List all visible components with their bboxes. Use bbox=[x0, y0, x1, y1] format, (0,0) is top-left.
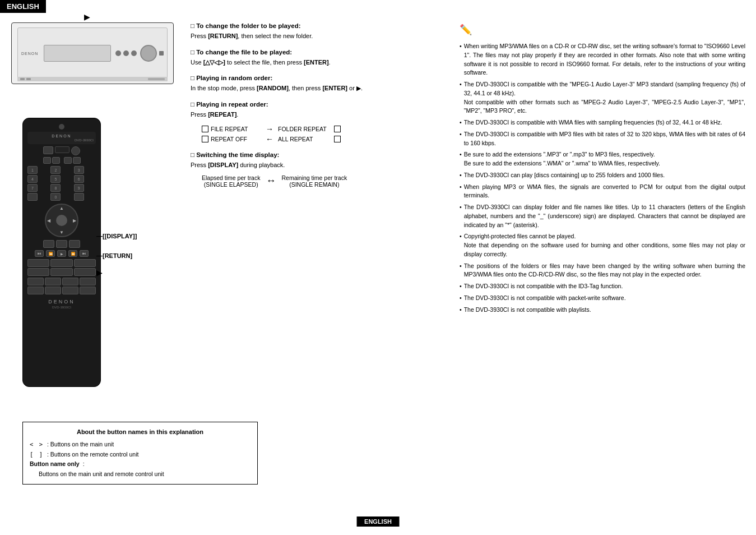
note-pencil-icon: ✏️ bbox=[460, 22, 745, 38]
section-repeat-order: Playing in repeat order: Press [REPEAT].… bbox=[191, 101, 448, 144]
notes-list: • When writing MP3/WMA files on a CD-R o… bbox=[460, 42, 745, 314]
bottom-box-title: About the button names in this explanati… bbox=[30, 427, 251, 437]
footer-language: ENGLISH bbox=[356, 516, 400, 527]
label-return-connector: —[RETURN] bbox=[96, 252, 132, 259]
bottom-box-row4: Buttons on the main unit and remote cont… bbox=[39, 469, 251, 479]
section-change-folder-title: To change the folder to be played: bbox=[191, 22, 448, 29]
label-display-connector: —[[DISPLAY]] bbox=[96, 233, 137, 239]
section-change-folder: To change the folder to be played: Press… bbox=[191, 22, 448, 41]
bottom-box-row1: < > : Buttons on the main unit bbox=[30, 440, 251, 450]
bottom-box-row2: [ ] : Buttons on the remote control unit bbox=[30, 450, 251, 460]
bottom-box: About the button names in this explanati… bbox=[22, 422, 258, 485]
section-change-file-title: To change the file to be played: bbox=[191, 49, 448, 56]
section-repeat-title: Playing in repeat order: bbox=[191, 101, 448, 108]
play-arrow-top: ▶ bbox=[84, 12, 90, 21]
repeat-diagram: FILE REPEAT → FOLDER REPEAT REPEAT OFF ←… bbox=[202, 124, 448, 144]
bottom-box-row3: Button name only: bbox=[30, 459, 251, 469]
section-random-title: Playing in random order: bbox=[191, 75, 448, 81]
left-panel: ▶ DENON bbox=[11, 22, 185, 387]
section-time-body: Press [DISPLAY] during playback. bbox=[191, 160, 448, 170]
section-change-folder-body: Press [RETURN], then select the new fold… bbox=[191, 31, 448, 41]
main-content: To change the folder to be played: Press… bbox=[191, 22, 448, 196]
remote-control: DENON DVD-3930CI 1 bbox=[22, 118, 101, 387]
section-change-file: To change the file to be played: Use [△▽… bbox=[191, 49, 448, 67]
section-time-title: Switching the time display: bbox=[191, 151, 448, 158]
section-random-order: Playing in random order: In the stop mod… bbox=[191, 75, 448, 93]
section-time-display: Switching the time display: Press [DISPL… bbox=[191, 151, 448, 188]
time-diagram: Elapsed time per track (SINGLE ELAPSED) … bbox=[202, 174, 448, 188]
right-panel: ✏️ • When writing MP3/WMA files on a CD-… bbox=[460, 22, 745, 317]
transport-buttons: ⏮ ⏪ ▶ ⏩ ⏭ bbox=[27, 250, 96, 257]
section-repeat-body: Press [REPEAT]. bbox=[191, 110, 448, 119]
language-header: ENGLISH bbox=[0, 0, 46, 13]
section-random-body: In the stop mode, press [RANDOM], then p… bbox=[191, 84, 448, 93]
section-change-file-body: Use [△▽◁▷] to select the file, then pres… bbox=[191, 58, 448, 67]
play-arrow-remote: ▶ bbox=[96, 268, 103, 277]
main-unit-device: DENON bbox=[11, 22, 174, 84]
remote-dpad: ▲ ▼ ◀ ▶ bbox=[45, 204, 78, 237]
